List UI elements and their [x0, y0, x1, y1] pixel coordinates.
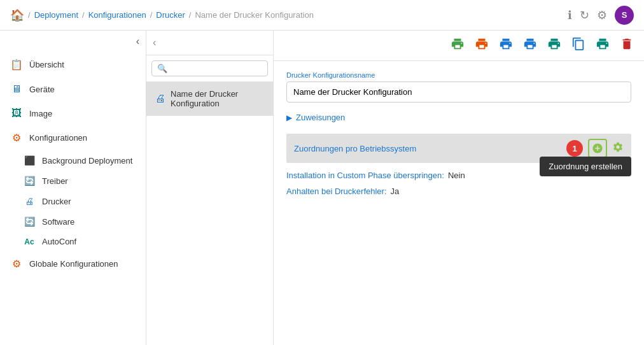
sidebar-label-software: Software [42, 217, 74, 227]
sidebar-label-konfigurationen: Konfigurationen [29, 133, 87, 143]
info-icon[interactable]: ℹ [568, 8, 572, 22]
treiber-icon: 🔄 [23, 176, 36, 186]
settings-icon[interactable]: ⚙ [597, 8, 607, 22]
sidebar-item-autoconf[interactable]: Ac AutoConf [0, 232, 146, 251]
breadcrumb-separator: / [28, 10, 31, 20]
mid-panel: ‹ 🔍 🖨 Name der Drucker Konfiguration [146, 31, 274, 345]
badge-count: 1 [566, 140, 583, 157]
field-label: Drucker Konfigurationsname [286, 71, 631, 79]
mid-panel-back-button[interactable]: ‹ [153, 37, 156, 48]
content-area: Drucker Konfigurationsname ▶ Zuweisungen… [274, 61, 644, 345]
section-title: Zuordnungen pro Betriebssystem [294, 144, 416, 153]
anhalten-value: Ja [391, 187, 400, 196]
printer-item-icon: 🖨 [155, 93, 165, 104]
mid-item-label: Name der Drucker Konfiguration [171, 89, 264, 108]
sidebar-item-drucker[interactable]: 🖨 Drucker [0, 191, 146, 211]
main-layout: ‹ 📋 Übersicht 🖥 Geräte 🖼 Image ⚙ Konfigu… [0, 31, 644, 345]
konfigurationen-icon: ⚙ [10, 132, 23, 144]
mid-panel-header: ‹ [146, 31, 273, 55]
breadcrumb-sep3: / [150, 10, 153, 20]
toolbar-btn-printer-blue2[interactable] [521, 36, 540, 55]
toolbar-btn-printer-orange[interactable] [472, 36, 491, 55]
search-input[interactable] [170, 64, 262, 73]
sidebar-item-geraete[interactable]: 🖥 Geräte [0, 77, 146, 101]
toolbar-btn-copy[interactable] [569, 36, 588, 55]
breadcrumb-current: Name der Drucker Konfiguration [195, 10, 313, 20]
sidebar-item-konfigurationen[interactable]: ⚙ Konfigurationen [0, 125, 146, 150]
installation-value: Nein [448, 171, 465, 180]
right-panel: Drucker Konfigurationsname ▶ Zuweisungen… [274, 31, 644, 345]
sidebar-label-treiber: Treiber [42, 176, 68, 186]
breadcrumb-drucker[interactable]: Drucker [156, 10, 185, 20]
sidebar-label-background-deployment: Background Deployment [42, 156, 132, 165]
sidebar-label-globale-konfigurationen: Globale Konfigurationen [29, 259, 118, 269]
add-zuordnung-button[interactable] [588, 139, 607, 158]
image-icon: 🖼 [10, 108, 23, 119]
section-settings-button[interactable] [612, 141, 624, 156]
sidebar-toggle: ‹ [0, 31, 146, 52]
section-bar-actions: 1 Zuordnung erstellen [566, 139, 624, 158]
collapse-sidebar-button[interactable]: ‹ [136, 36, 139, 47]
toolbar [274, 31, 644, 61]
mid-search-container[interactable]: 🔍 [151, 60, 268, 76]
installation-label: Installation in Custom Phase überspringe… [286, 171, 444, 180]
background-deployment-icon: ⬛ [23, 155, 36, 165]
sidebar-label-drucker: Drucker [42, 197, 71, 206]
sidebar-label-image: Image [29, 109, 52, 118]
sidebar-item-treiber[interactable]: 🔄 Treiber [0, 171, 146, 191]
sidebar-item-image[interactable]: 🖼 Image [0, 101, 146, 125]
search-icon: 🔍 [157, 64, 167, 73]
breadcrumb-sep2: / [82, 10, 85, 20]
breadcrumb-sep4: / [189, 10, 192, 20]
autoconf-icon: Ac [23, 237, 36, 246]
sidebar-item-background-deployment[interactable]: ⬛ Background Deployment [0, 150, 146, 171]
toolbar-btn-printer-blue1[interactable] [496, 36, 515, 55]
section-bar-zuordnungen: Zuordnungen pro Betriebssystem 1 Zuordnu… [286, 134, 631, 163]
drucker-konfigurationsname-input[interactable] [286, 81, 631, 102]
drucker-icon: 🖨 [23, 196, 36, 206]
uebersicht-icon: 📋 [10, 59, 23, 71]
topbar-actions: ℹ ↻ ⚙ S [568, 6, 634, 25]
breadcrumb-konfigurationen[interactable]: Konfigurationen [88, 10, 146, 20]
anhalten-info-row: Anhalten bei Druckerfehler: Ja [286, 187, 631, 196]
topbar: 🏠 / Deployment / Konfigurationen / Druck… [0, 0, 644, 31]
home-icon[interactable]: 🏠 [10, 8, 24, 22]
zuweisungen-chevron-icon: ▶ [286, 113, 292, 122]
mid-panel-item-drucker[interactable]: 🖨 Name der Drucker Konfiguration [146, 81, 273, 116]
toolbar-btn-delete[interactable] [617, 36, 636, 55]
anhalten-label: Anhalten bei Druckerfehler: [286, 187, 387, 196]
sidebar-item-uebersicht[interactable]: 📋 Übersicht [0, 52, 146, 77]
sidebar-label-geraete: Geräte [29, 85, 55, 94]
toolbar-btn-printer-green[interactable] [448, 36, 467, 55]
breadcrumb-deployment[interactable]: Deployment [34, 10, 78, 20]
refresh-icon[interactable]: ↻ [580, 8, 589, 22]
zuweisungen-row[interactable]: ▶ Zuweisungen [286, 110, 631, 125]
sidebar: ‹ 📋 Übersicht 🖥 Geräte 🖼 Image ⚙ Konfigu… [0, 31, 146, 345]
sidebar-label-uebersicht: Übersicht [29, 60, 64, 69]
toolbar-btn-printer-teal2[interactable] [593, 36, 612, 55]
sidebar-label-autoconf: AutoConf [42, 237, 76, 246]
software-icon: 🔄 [23, 216, 36, 227]
toolbar-btn-printer-teal[interactable] [545, 36, 564, 55]
zuweisungen-label: Zuweisungen [296, 113, 345, 122]
geraete-icon: 🖥 [10, 83, 23, 95]
sidebar-item-software[interactable]: 🔄 Software [0, 211, 146, 232]
zuordnung-erstellen-tooltip: Zuordnung erstellen [540, 157, 631, 176]
user-avatar[interactable]: S [615, 6, 634, 25]
breadcrumb-area: 🏠 / Deployment / Konfigurationen / Druck… [10, 8, 314, 22]
sidebar-item-globale-konfigurationen[interactable]: ⚙ Globale Konfigurationen [0, 251, 146, 276]
globale-konfigurationen-icon: ⚙ [10, 258, 23, 270]
